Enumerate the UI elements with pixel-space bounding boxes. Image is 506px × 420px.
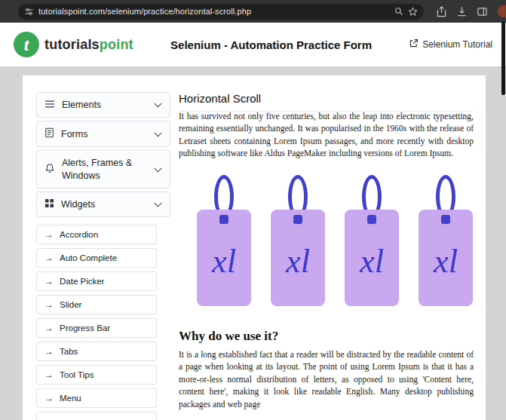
bell-icon: [44, 163, 55, 176]
arrow-right-icon: →: [44, 276, 54, 287]
logo-text: tutorialspoint: [44, 37, 133, 53]
profile-avatar[interactable]: [497, 5, 506, 18]
browser-toolbar: tutorialspoint.com/selenium/practice/hor…: [0, 0, 506, 23]
sidebar: Elements Forms Al: [36, 92, 170, 420]
sidebar-item-progress-bar[interactable]: → Progress Bar: [36, 318, 157, 338]
chevron-down-icon: [155, 129, 162, 136]
sidebar-item-alerts-frames-windows[interactable]: Alerts, Frames & Windows: [36, 150, 170, 189]
arrow-right-icon: →: [44, 346, 54, 357]
side-panel-icon[interactable]: [477, 6, 488, 17]
tag-hole: [367, 215, 376, 224]
site-settings-icon[interactable]: [24, 7, 34, 17]
bookmark-star-icon[interactable]: [408, 7, 418, 17]
section-heading: Horizontal Scroll: [179, 92, 474, 105]
section-heading-2: Why do we use it?: [179, 329, 474, 344]
arrow-right-icon: →: [44, 299, 54, 310]
sidebar-item-label: Auto Complete: [60, 253, 117, 262]
external-link-icon: [409, 38, 419, 51]
content-card: Elements Forms Al: [23, 75, 486, 420]
sidebar-item-label: Forms: [61, 128, 149, 140]
price-tag: xl: [271, 175, 325, 306]
logo-text-dark: tutorials: [44, 37, 100, 52]
sidebar-item-menu[interactable]: → Menu: [36, 388, 157, 408]
grid-icon: [44, 198, 54, 210]
arrow-right-icon: →: [44, 229, 54, 240]
sidebar-item-label: Elements: [62, 99, 149, 111]
sidebar-item-label: Progress Bar: [60, 323, 110, 333]
tag-size-label: xl: [360, 238, 384, 278]
arrow-right-icon: →: [44, 253, 54, 263]
share-icon[interactable]: [436, 6, 447, 17]
sidebar-item-forms[interactable]: Forms: [36, 121, 170, 147]
sidebar-item-label: Widgets: [61, 198, 149, 210]
tag-body: xl: [419, 210, 473, 306]
sidebar-item-label: Accordion: [60, 230, 98, 239]
tag-body: xl: [345, 210, 399, 306]
tag-hole: [293, 215, 302, 224]
price-tag: xl: [345, 175, 399, 306]
logo-text-green: point: [100, 37, 133, 52]
sidebar-item-label: Tabs: [60, 347, 78, 356]
sidebar-item-tabs[interactable]: → Tabs: [36, 342, 157, 361]
sidebar-item-accordion[interactable]: → Accordion: [36, 225, 157, 244]
tag-size-label: xl: [434, 238, 458, 278]
main-content: Horizontal Scroll It has survived not on…: [170, 92, 475, 420]
arrow-right-icon: →: [44, 369, 54, 380]
price-tags-image: xl xl xl: [197, 175, 474, 306]
sidebar-item-label: Alerts, Frames & Windows: [62, 157, 149, 182]
selenium-tutorial-link[interactable]: Selenium Tutorial: [409, 38, 492, 51]
tag-hole: [441, 215, 450, 224]
paragraph-2: It is a long established fact that a rea…: [179, 348, 474, 410]
tutorialspoint-logo[interactable]: t tutorialspoint: [14, 32, 133, 57]
sidebar-item-label: Tool Tips: [60, 370, 94, 379]
sidebar-item-widgets[interactable]: Widgets: [36, 192, 170, 217]
paragraph-1: It has survived not only five centuries,…: [179, 111, 474, 160]
tag-size-label: xl: [212, 238, 236, 278]
site-header: t tutorialspoint Selenium - Automation P…: [0, 23, 506, 66]
download-icon[interactable]: [456, 6, 468, 17]
vertical-scrollbar[interactable]: [501, 21, 505, 95]
tag-size-label: xl: [286, 238, 310, 278]
selenium-tutorial-label: Selenium Tutorial: [422, 39, 492, 50]
chevron-down-icon: [155, 164, 162, 172]
sidebar-item-label: Date Picker: [60, 277, 104, 286]
arrow-right-icon: →: [44, 323, 54, 333]
arrow-right-icon: →: [44, 393, 54, 403]
chevron-down-icon: [155, 100, 162, 108]
arrow-right-icon: →: [44, 416, 54, 420]
page-background: Elements Forms Al: [0, 66, 506, 420]
search-icon[interactable]: [394, 7, 403, 16]
list-icon: [44, 100, 55, 111]
page-title: Selenium - Automation Practice Form: [133, 38, 409, 51]
sidebar-item-slider[interactable]: → Slider: [36, 295, 157, 314]
price-tag: xl: [197, 175, 251, 306]
sidebar-item-label: Slider: [60, 300, 81, 309]
sidebar-item-tool-tips[interactable]: → Tool Tips: [36, 365, 157, 385]
price-tag: xl: [419, 175, 473, 306]
sidebar-item-date-picker[interactable]: → Date Picker: [36, 271, 157, 291]
logo-icon: t: [14, 32, 39, 57]
tag-body: xl: [271, 210, 325, 306]
sidebar-item-elements[interactable]: Elements: [36, 92, 170, 118]
form-icon: [44, 127, 54, 140]
sidebar-item-partial[interactable]: →: [36, 412, 157, 420]
sidebar-item-auto-complete[interactable]: → Auto Complete: [36, 248, 157, 268]
sidebar-item-label: Menu: [60, 394, 81, 403]
toolbar-actions: [436, 5, 506, 18]
widgets-submenu: → Accordion → Auto Complete → Date Picke…: [36, 225, 170, 420]
tag-hole: [219, 215, 228, 224]
url-text[interactable]: tutorialspoint.com/selenium/practice/hor…: [38, 7, 390, 16]
tag-body: xl: [197, 210, 251, 306]
chevron-down-icon: [155, 199, 162, 207]
paragraph-clip: It has survived not only five centuries,…: [179, 111, 474, 160]
address-bar[interactable]: tutorialspoint.com/selenium/practice/hor…: [18, 4, 424, 20]
